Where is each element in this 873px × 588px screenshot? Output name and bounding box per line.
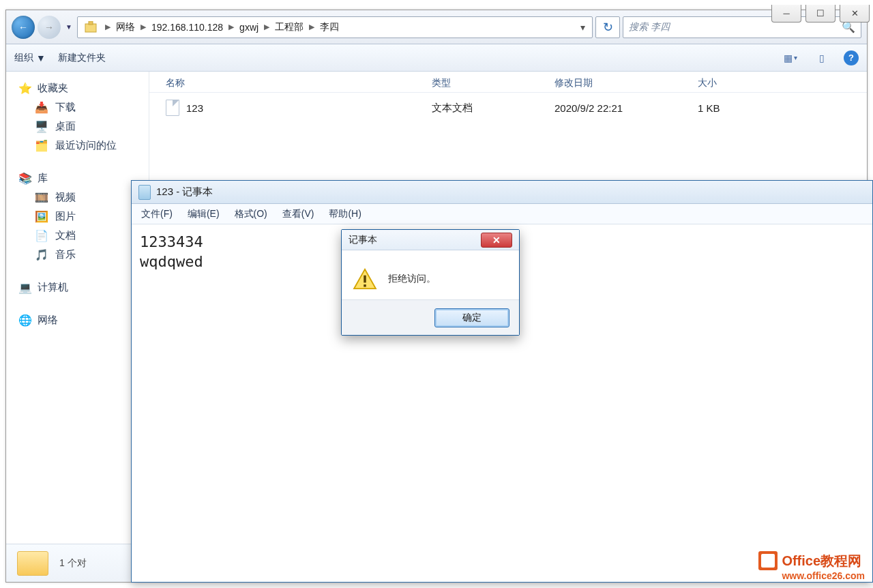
svg-rect-4	[364, 284, 366, 287]
search-placeholder: 搜索 李四	[629, 21, 670, 33]
network-icon: 🌐	[18, 313, 32, 327]
notepad-menu: 文件(F) 编辑(E) 格式(O) 查看(V) 帮助(H)	[132, 204, 872, 224]
column-headers: 名称 类型 修改日期 大小	[149, 72, 867, 93]
svg-rect-1	[89, 21, 93, 25]
alert-dialog: 记事本 ✕ 拒绝访问。 确定	[341, 229, 520, 336]
minimize-button[interactable]: ─	[771, 5, 801, 23]
chevron-right-icon: ▶	[105, 23, 110, 31]
crumb-network[interactable]: 网络	[115, 20, 136, 35]
file-size: 1 KB	[698, 102, 840, 114]
sidebar-music[interactable]: 🎵音乐	[18, 245, 149, 264]
sidebar-downloads[interactable]: 📥下载	[18, 98, 149, 117]
sidebar-label: 计算机	[38, 281, 68, 294]
sidebar-recent[interactable]: 🗂️最近访问的位	[18, 136, 149, 155]
sidebar: ⭐收藏夹 📥下载 🖥️桌面 🗂️最近访问的位 📚库 🎞️视频 🖼️图片 📄文档 …	[6, 72, 149, 555]
chevron-right-icon: ▶	[228, 23, 234, 31]
forward-button[interactable]: →	[38, 16, 61, 39]
svg-rect-3	[364, 276, 366, 283]
menu-edit[interactable]: 编辑(E)	[188, 208, 220, 220]
menu-file[interactable]: 文件(F)	[141, 208, 173, 220]
watermark-title: Office教程网	[782, 552, 861, 570]
menu-format[interactable]: 格式(O)	[235, 208, 267, 220]
library-icon: 📚	[18, 171, 32, 185]
sidebar-label: 文档	[55, 229, 76, 242]
dialog-title: 记事本	[349, 234, 377, 246]
dialog-close-button[interactable]: ✕	[481, 233, 512, 248]
file-date: 2020/9/2 22:21	[554, 102, 698, 114]
sidebar-label: 桌面	[55, 120, 76, 133]
chevron-right-icon: ▶	[264, 23, 269, 31]
nav-bar: ← → ▼ ▶ 网络 ▶ 192.168.110.128 ▶ gxwj ▶ 工程…	[6, 10, 867, 44]
chevron-right-icon: ▶	[140, 23, 146, 31]
notepad-icon	[138, 185, 151, 200]
watermark: Office教程网 www.office26.com	[758, 551, 865, 581]
dialog-message: 拒绝访问。	[388, 273, 436, 285]
file-type: 文本文档	[432, 102, 554, 115]
chevron-down-icon: ▼	[36, 53, 46, 63]
col-date[interactable]: 修改日期	[554, 77, 698, 89]
status-text: 1 个对	[59, 557, 87, 570]
notepad-titlebar[interactable]: 123 - 记事本	[132, 181, 872, 204]
text-file-icon	[166, 100, 179, 116]
watermark-url: www.office26.com	[782, 570, 865, 581]
sidebar-label: 网络	[38, 314, 58, 327]
warning-icon	[353, 268, 377, 290]
crumb-gxwj[interactable]: gxwj	[238, 20, 260, 34]
toolbar: 组织 ▼ 新建文件夹 ▦▾ ▯ ?	[6, 44, 867, 72]
folder-icon	[17, 551, 48, 576]
chevron-right-icon: ▶	[309, 23, 314, 31]
picture-icon: 🖼️	[35, 209, 48, 223]
window-controls: ─ ☐ ✕	[771, 5, 870, 23]
sidebar-label: 收藏夹	[38, 82, 68, 95]
logo-icon	[758, 551, 778, 570]
sidebar-libraries[interactable]: 📚库	[18, 168, 149, 188]
star-icon: ⭐	[18, 81, 32, 95]
notepad-title: 123 - 记事本	[156, 186, 213, 199]
refresh-button[interactable]: ↻	[595, 16, 620, 38]
dialog-footer: 确定	[342, 299, 519, 335]
view-options-button[interactable]: ▦▾	[781, 50, 800, 65]
dialog-body: 拒绝访问。	[342, 250, 519, 299]
file-name: 123	[186, 102, 203, 114]
sidebar-label: 视频	[55, 191, 76, 204]
sidebar-desktop[interactable]: 🖥️桌面	[18, 117, 149, 136]
crumb-dept[interactable]: 工程部	[273, 20, 305, 35]
chevron-down-icon[interactable]: ▾	[580, 22, 589, 33]
dialog-titlebar[interactable]: 记事本 ✕	[342, 230, 519, 250]
video-icon: 🎞️	[35, 190, 48, 204]
menu-view[interactable]: 查看(V)	[282, 208, 314, 220]
location-icon	[83, 20, 98, 35]
sidebar-docs[interactable]: 📄文档	[18, 226, 149, 245]
sidebar-label: 音乐	[55, 248, 76, 261]
close-button[interactable]: ✕	[840, 5, 870, 23]
col-type[interactable]: 类型	[432, 77, 554, 89]
help-button[interactable]: ?	[844, 50, 859, 65]
sidebar-videos[interactable]: 🎞️视频	[18, 188, 149, 207]
crumb-user[interactable]: 李四	[319, 20, 340, 35]
sidebar-label: 最近访问的位	[55, 139, 117, 152]
svg-rect-0	[85, 24, 96, 32]
history-dropdown[interactable]: ▼	[63, 16, 74, 39]
sidebar-network[interactable]: 🌐网络	[18, 310, 149, 329]
back-button[interactable]: ←	[12, 16, 35, 39]
sidebar-computer[interactable]: 💻计算机	[18, 278, 149, 297]
maximize-button[interactable]: ☐	[805, 5, 835, 23]
music-icon: 🎵	[35, 248, 48, 261]
new-folder-button[interactable]: 新建文件夹	[58, 52, 106, 64]
organize-button[interactable]: 组织 ▼	[14, 52, 46, 64]
sidebar-favorites[interactable]: ⭐收藏夹	[18, 78, 149, 98]
computer-icon: 💻	[18, 280, 32, 294]
crumb-ip[interactable]: 192.168.110.128	[150, 20, 224, 34]
file-row[interactable]: 123 文本文档 2020/9/2 22:21 1 KB	[149, 93, 867, 123]
download-icon: 📥	[35, 100, 48, 114]
ok-button[interactable]: 确定	[434, 308, 509, 327]
preview-pane-button[interactable]: ▯	[812, 50, 831, 65]
col-name[interactable]: 名称	[166, 77, 432, 89]
sidebar-pictures[interactable]: 🖼️图片	[18, 207, 149, 226]
col-size[interactable]: 大小	[698, 77, 840, 89]
document-icon: 📄	[35, 229, 48, 242]
breadcrumb[interactable]: ▶ 网络 ▶ 192.168.110.128 ▶ gxwj ▶ 工程部 ▶ 李四…	[77, 16, 593, 38]
menu-help[interactable]: 帮助(H)	[329, 208, 361, 220]
sidebar-label: 图片	[55, 210, 76, 223]
sidebar-label: 下载	[55, 101, 76, 114]
